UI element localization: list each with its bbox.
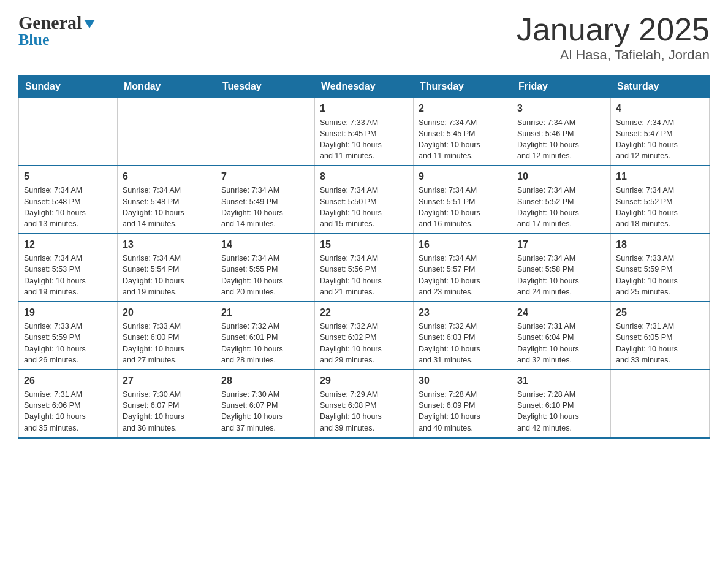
day-number: 26 xyxy=(24,374,112,388)
logo-general-text: General xyxy=(18,12,82,33)
day-number: 7 xyxy=(221,170,309,183)
calendar-cell: 4Sunrise: 7:34 AM Sunset: 5:47 PM Daylig… xyxy=(611,98,710,166)
logo-arrow-icon xyxy=(83,17,96,31)
day-info: Sunrise: 7:31 AM Sunset: 6:05 PM Dayligh… xyxy=(616,321,704,366)
calendar-cell: 17Sunrise: 7:34 AM Sunset: 5:58 PM Dayli… xyxy=(512,234,611,302)
day-info: Sunrise: 7:34 AM Sunset: 5:49 PM Dayligh… xyxy=(221,185,309,229)
day-number: 13 xyxy=(123,238,211,251)
page-subtitle: Al Hasa, Tafielah, Jordan xyxy=(517,47,710,63)
calendar-cell: 16Sunrise: 7:34 AM Sunset: 5:57 PM Dayli… xyxy=(414,234,512,302)
day-number: 3 xyxy=(517,102,605,115)
calendar-week-row: 1Sunrise: 7:33 AM Sunset: 5:45 PM Daylig… xyxy=(19,98,710,166)
calendar-header-row: SundayMondayTuesdayWednesdayThursdayFrid… xyxy=(19,76,710,98)
day-number: 22 xyxy=(320,306,408,320)
day-number: 17 xyxy=(517,238,605,251)
calendar-cell: 30Sunrise: 7:28 AM Sunset: 6:09 PM Dayli… xyxy=(414,370,512,438)
day-number: 5 xyxy=(24,170,112,183)
day-number: 12 xyxy=(24,238,112,251)
day-number: 30 xyxy=(419,374,507,388)
day-info: Sunrise: 7:31 AM Sunset: 6:06 PM Dayligh… xyxy=(24,389,112,434)
day-number: 21 xyxy=(221,306,309,320)
calendar-cell: 25Sunrise: 7:31 AM Sunset: 6:05 PM Dayli… xyxy=(611,302,710,370)
calendar-week-row: 19Sunrise: 7:33 AM Sunset: 5:59 PM Dayli… xyxy=(19,302,710,370)
day-number: 23 xyxy=(419,306,507,320)
calendar-cell: 31Sunrise: 7:28 AM Sunset: 6:10 PM Dayli… xyxy=(512,370,611,438)
calendar-cell: 6Sunrise: 7:34 AM Sunset: 5:48 PM Daylig… xyxy=(118,166,216,234)
day-info: Sunrise: 7:28 AM Sunset: 6:10 PM Dayligh… xyxy=(517,389,605,434)
calendar-cell xyxy=(216,98,315,166)
day-number: 19 xyxy=(24,306,112,320)
day-number: 9 xyxy=(419,170,507,183)
day-info: Sunrise: 7:33 AM Sunset: 6:00 PM Dayligh… xyxy=(123,321,211,366)
calendar-day-header: Thursday xyxy=(414,76,512,98)
page-title: January 2025 xyxy=(517,12,710,47)
day-info: Sunrise: 7:34 AM Sunset: 5:50 PM Dayligh… xyxy=(320,185,408,229)
title-block: January 2025 Al Hasa, Tafielah, Jordan xyxy=(517,12,710,63)
calendar-cell: 18Sunrise: 7:33 AM Sunset: 5:59 PM Dayli… xyxy=(611,234,710,302)
day-info: Sunrise: 7:34 AM Sunset: 5:52 PM Dayligh… xyxy=(616,185,704,229)
logo-blue-text: Blue xyxy=(18,31,96,49)
calendar-day-header: Wednesday xyxy=(315,76,414,98)
calendar-table: SundayMondayTuesdayWednesdayThursdayFrid… xyxy=(18,75,710,438)
day-info: Sunrise: 7:33 AM Sunset: 5:45 PM Dayligh… xyxy=(320,117,408,162)
day-info: Sunrise: 7:30 AM Sunset: 6:07 PM Dayligh… xyxy=(123,389,211,434)
day-number: 27 xyxy=(123,374,211,388)
day-info: Sunrise: 7:33 AM Sunset: 5:59 PM Dayligh… xyxy=(616,253,704,297)
day-info: Sunrise: 7:31 AM Sunset: 6:04 PM Dayligh… xyxy=(517,321,605,366)
calendar-cell: 10Sunrise: 7:34 AM Sunset: 5:52 PM Dayli… xyxy=(512,166,611,234)
calendar-cell: 14Sunrise: 7:34 AM Sunset: 5:55 PM Dayli… xyxy=(216,234,315,302)
day-info: Sunrise: 7:30 AM Sunset: 6:07 PM Dayligh… xyxy=(221,389,309,434)
calendar-cell: 21Sunrise: 7:32 AM Sunset: 6:01 PM Dayli… xyxy=(216,302,315,370)
day-info: Sunrise: 7:32 AM Sunset: 6:03 PM Dayligh… xyxy=(419,321,507,366)
day-info: Sunrise: 7:34 AM Sunset: 5:54 PM Dayligh… xyxy=(123,253,211,297)
day-number: 6 xyxy=(123,170,211,183)
svg-marker-0 xyxy=(84,20,95,28)
calendar-cell: 23Sunrise: 7:32 AM Sunset: 6:03 PM Dayli… xyxy=(414,302,512,370)
day-number: 8 xyxy=(320,170,408,183)
day-number: 16 xyxy=(419,238,507,251)
day-info: Sunrise: 7:34 AM Sunset: 5:52 PM Dayligh… xyxy=(517,185,605,229)
day-number: 29 xyxy=(320,374,408,388)
day-info: Sunrise: 7:34 AM Sunset: 5:56 PM Dayligh… xyxy=(320,253,408,297)
logo: General Blue xyxy=(18,12,96,49)
calendar-cell: 19Sunrise: 7:33 AM Sunset: 5:59 PM Dayli… xyxy=(19,302,118,370)
day-number: 1 xyxy=(320,102,408,115)
day-number: 18 xyxy=(616,238,704,251)
calendar-cell: 29Sunrise: 7:29 AM Sunset: 6:08 PM Dayli… xyxy=(315,370,414,438)
calendar-cell: 27Sunrise: 7:30 AM Sunset: 6:07 PM Dayli… xyxy=(118,370,216,438)
day-number: 11 xyxy=(616,170,704,183)
day-info: Sunrise: 7:29 AM Sunset: 6:08 PM Dayligh… xyxy=(320,389,408,434)
calendar-cell: 24Sunrise: 7:31 AM Sunset: 6:04 PM Dayli… xyxy=(512,302,611,370)
calendar-cell: 20Sunrise: 7:33 AM Sunset: 6:00 PM Dayli… xyxy=(118,302,216,370)
page-header: General Blue January 2025 Al Hasa, Tafie… xyxy=(18,12,710,63)
calendar-cell: 12Sunrise: 7:34 AM Sunset: 5:53 PM Dayli… xyxy=(19,234,118,302)
day-info: Sunrise: 7:32 AM Sunset: 6:01 PM Dayligh… xyxy=(221,321,309,366)
day-number: 28 xyxy=(221,374,309,388)
calendar-cell: 5Sunrise: 7:34 AM Sunset: 5:48 PM Daylig… xyxy=(19,166,118,234)
calendar-week-row: 26Sunrise: 7:31 AM Sunset: 6:06 PM Dayli… xyxy=(19,370,710,438)
calendar-week-row: 5Sunrise: 7:34 AM Sunset: 5:48 PM Daylig… xyxy=(19,166,710,234)
day-info: Sunrise: 7:34 AM Sunset: 5:53 PM Dayligh… xyxy=(24,253,112,297)
calendar-cell: 15Sunrise: 7:34 AM Sunset: 5:56 PM Dayli… xyxy=(315,234,414,302)
calendar-cell: 8Sunrise: 7:34 AM Sunset: 5:50 PM Daylig… xyxy=(315,166,414,234)
calendar-cell: 26Sunrise: 7:31 AM Sunset: 6:06 PM Dayli… xyxy=(19,370,118,438)
calendar-cell: 7Sunrise: 7:34 AM Sunset: 5:49 PM Daylig… xyxy=(216,166,315,234)
calendar-cell xyxy=(19,98,118,166)
day-info: Sunrise: 7:34 AM Sunset: 5:58 PM Dayligh… xyxy=(517,253,605,297)
calendar-day-header: Sunday xyxy=(19,76,118,98)
calendar-week-row: 12Sunrise: 7:34 AM Sunset: 5:53 PM Dayli… xyxy=(19,234,710,302)
calendar-cell: 13Sunrise: 7:34 AM Sunset: 5:54 PM Dayli… xyxy=(118,234,216,302)
day-info: Sunrise: 7:34 AM Sunset: 5:57 PM Dayligh… xyxy=(419,253,507,297)
day-info: Sunrise: 7:28 AM Sunset: 6:09 PM Dayligh… xyxy=(419,389,507,434)
day-info: Sunrise: 7:34 AM Sunset: 5:46 PM Dayligh… xyxy=(517,117,605,162)
day-number: 4 xyxy=(616,102,704,115)
day-number: 15 xyxy=(320,238,408,251)
day-number: 10 xyxy=(517,170,605,183)
calendar-cell xyxy=(611,370,710,438)
calendar-cell: 3Sunrise: 7:34 AM Sunset: 5:46 PM Daylig… xyxy=(512,98,611,166)
day-number: 2 xyxy=(419,102,507,115)
calendar-cell: 1Sunrise: 7:33 AM Sunset: 5:45 PM Daylig… xyxy=(315,98,414,166)
calendar-cell: 2Sunrise: 7:34 AM Sunset: 5:45 PM Daylig… xyxy=(414,98,512,166)
day-info: Sunrise: 7:34 AM Sunset: 5:48 PM Dayligh… xyxy=(24,185,112,229)
calendar-cell: 9Sunrise: 7:34 AM Sunset: 5:51 PM Daylig… xyxy=(414,166,512,234)
